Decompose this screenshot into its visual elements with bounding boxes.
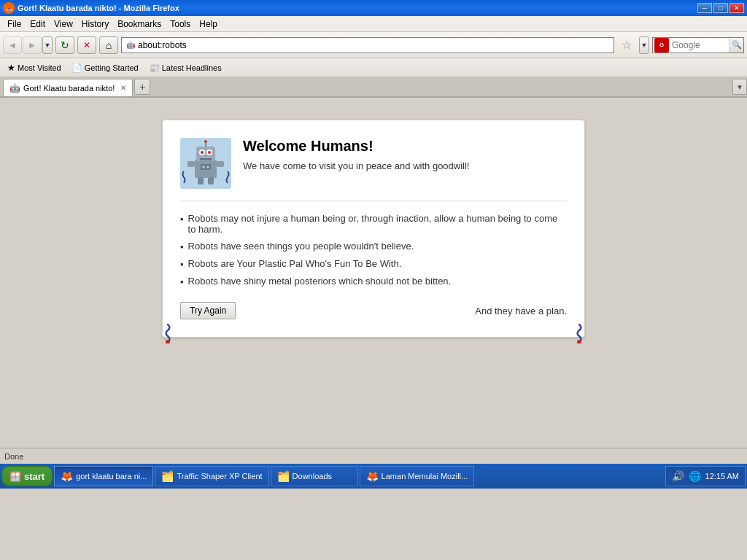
bookmark-most-visited[interactable]: ★ Most Visited: [4, 61, 64, 74]
robot-image: [180, 138, 231, 189]
latest-headlines-icon: 📰: [149, 63, 160, 73]
robot-rules-list: Robots may not injure a human being or, …: [180, 213, 567, 287]
robot-rule-3: Robots are Your Plastic Pal Who's Fun To…: [180, 258, 567, 270]
taskbar-icon-0: 🦊: [61, 470, 73, 482]
robot-rule-1: Robots may not injure a human being or, …: [180, 213, 567, 235]
svg-rect-11: [217, 161, 224, 167]
robot-footer: Try Again And they have a plan.: [180, 302, 567, 319]
taskbar-icon-2: 🗂️: [277, 470, 290, 482]
window-title: Gort! Klaatu barada nikto! - Mozilla Fir…: [18, 4, 179, 12]
bookmark-dropdown-button[interactable]: ▼: [639, 36, 649, 54]
new-tab-button[interactable]: +: [134, 79, 150, 95]
getting-started-label: Getting Started: [85, 63, 139, 72]
svg-point-9: [204, 140, 207, 143]
most-visited-label: Most Visited: [18, 63, 61, 72]
address-favicon: 🤖: [126, 41, 135, 49]
refresh-button[interactable]: ↻: [55, 36, 74, 54]
nav-back-forward-group: ◄ ► ▼: [3, 36, 53, 54]
try-again-button[interactable]: Try Again: [180, 302, 236, 319]
menu-view[interactable]: View: [50, 18, 77, 31]
search-submit-button[interactable]: 🔍: [729, 38, 743, 52]
minimize-button[interactable]: ─: [697, 3, 712, 13]
taskbar-item-0[interactable]: 🦊 gort klaatu bara ni...: [54, 466, 153, 486]
systray-icon-1[interactable]: 🔊: [672, 470, 684, 482]
window-controls: ─ □ ✕: [697, 3, 744, 13]
taskbar-label-0: gort klaatu bara ni...: [76, 472, 147, 481]
tab-close-0[interactable]: ✕: [120, 84, 126, 92]
search-input[interactable]: [670, 40, 729, 50]
taskbar-icon-3: 🦊: [366, 470, 379, 482]
back-dropdown-button[interactable]: ▼: [42, 36, 53, 54]
tab-label-0: Gort! Klaatu barada nikto!: [23, 84, 115, 93]
taskbar-icon-1: 🗂️: [161, 470, 174, 482]
tab-0[interactable]: 🤖 Gort! Klaatu barada nikto! ✕: [3, 79, 133, 96]
tab-favicon-0: 🤖: [9, 83, 20, 93]
search-area: G 🔍: [652, 37, 744, 53]
menu-file[interactable]: File: [3, 18, 26, 31]
svg-rect-7: [200, 158, 212, 160]
robot-rule-4: Robots have shiny metal posteriors which…: [180, 276, 567, 287]
navigation-bar: ◄ ► ▼ ↻ ✕ ⌂ 🤖 ☆ ▼ G 🔍: [0, 32, 747, 58]
bookmark-latest-headlines[interactable]: 📰 Latest Headlines: [146, 61, 225, 74]
forward-button[interactable]: ►: [23, 36, 42, 54]
address-input[interactable]: [138, 40, 609, 50]
tab-scroll-right[interactable]: ▼: [732, 79, 747, 95]
taskbar: 🪟 start 🦊 gort klaatu bara ni... 🗂️ Traf…: [0, 464, 747, 489]
home-button[interactable]: ⌂: [99, 36, 118, 54]
robot-card: Welcome Humans! We have come to visit yo…: [162, 120, 585, 338]
spring-right: [568, 322, 590, 346]
taskbar-label-3: Laman Memulai Mozill...: [382, 472, 468, 481]
latest-headlines-label: Latest Headlines: [162, 63, 222, 72]
search-engine-logo: G: [654, 38, 669, 52]
taskbar-label-1: Traffic Shaper XP Client: [177, 472, 262, 481]
clock: 12:15 AM: [705, 472, 739, 481]
svg-point-16: [206, 166, 209, 168]
robot-header-text: Welcome Humans! We have come to visit yo…: [243, 138, 469, 171]
svg-point-6: [208, 151, 211, 154]
taskbar-item-3[interactable]: 🦊 Laman Memulai Mozill...: [360, 466, 475, 486]
close-button[interactable]: ✕: [729, 3, 744, 13]
bookmark-star-button[interactable]: ☆: [617, 36, 636, 54]
start-button[interactable]: 🪟 start: [1, 466, 53, 486]
title-bar: 🦊 Gort! Klaatu barada nikto! - Mozilla F…: [0, 0, 747, 16]
svg-point-15: [202, 166, 205, 168]
bookmark-getting-started[interactable]: 📄 Getting Started: [69, 61, 142, 74]
robot-header: Welcome Humans! We have come to visit yo…: [180, 138, 567, 201]
content-area: Welcome Humans! We have come to visit yo…: [0, 98, 747, 448]
taskbar-item-2[interactable]: 🗂️ Downloads: [271, 466, 358, 486]
robot-rule-2: Robots have seen things you people would…: [180, 241, 567, 252]
menu-bar: File Edit View History Bookmarks Tools H…: [0, 16, 747, 32]
plan-text: And they have a plan.: [475, 306, 567, 316]
bookmarks-bar: ★ Most Visited 📄 Getting Started 📰 Lates…: [0, 58, 747, 77]
system-tray: 🔊 🌐 12:15 AM: [665, 466, 746, 486]
stop-button[interactable]: ✕: [77, 36, 96, 54]
taskbar-label-2: Downloads: [293, 472, 332, 481]
maximize-button[interactable]: □: [713, 3, 728, 13]
menu-tools[interactable]: Tools: [166, 18, 195, 31]
status-text: Done: [4, 452, 23, 461]
menu-history[interactable]: History: [77, 18, 113, 31]
svg-rect-10: [187, 161, 195, 167]
start-label: start: [24, 471, 44, 482]
menu-edit[interactable]: Edit: [26, 18, 50, 31]
robot-page-title: Welcome Humans!: [243, 138, 469, 155]
back-button[interactable]: ◄: [3, 36, 22, 54]
address-bar: 🤖: [121, 37, 614, 53]
firefox-icon: 🦊: [3, 2, 15, 14]
svg-rect-12: [198, 177, 204, 184]
status-bar: Done: [0, 448, 747, 464]
spring-left: [157, 322, 179, 346]
systray-icon-2[interactable]: 🌐: [689, 470, 701, 482]
svg-rect-13: [208, 177, 214, 184]
tab-bar: 🤖 Gort! Klaatu barada nikto! ✕ + ▼: [0, 77, 747, 98]
robot-page-subtitle: We have come to visit you in peace and w…: [243, 160, 469, 171]
taskbar-item-1[interactable]: 🗂️ Traffic Shaper XP Client: [155, 466, 268, 486]
svg-point-5: [201, 151, 204, 154]
most-visited-icon: ★: [7, 63, 15, 73]
start-icon: 🪟: [9, 471, 21, 482]
getting-started-icon: 📄: [71, 63, 82, 73]
menu-bookmarks[interactable]: Bookmarks: [113, 18, 166, 31]
menu-help[interactable]: Help: [195, 18, 222, 31]
